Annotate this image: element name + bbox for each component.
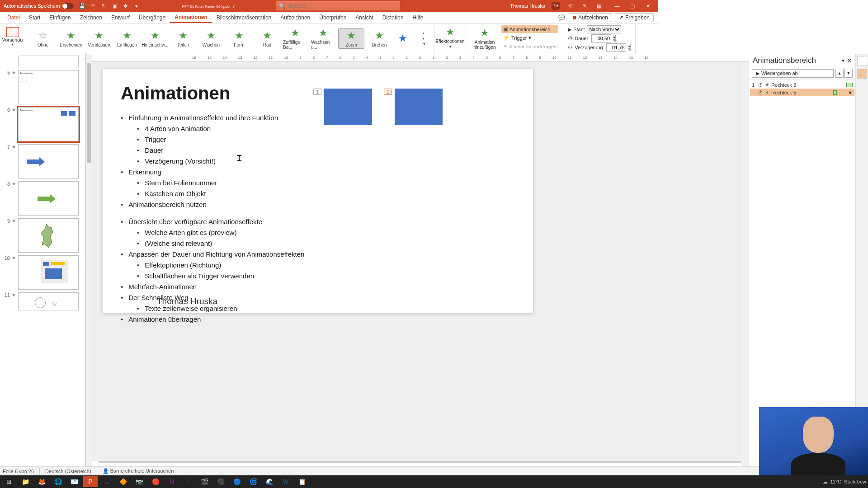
trigger-button[interactable]: ⚡ Trigger ▾ (501, 34, 558, 42)
app-icon[interactable]: ▦ (595, 2, 603, 10)
animation-hinzufuegen-button[interactable]: ★ Animation hinzufügen (471, 25, 499, 50)
ribbon-group-erweiterte: ★ Animation hinzufügen ▦ Animationsberei… (466, 23, 563, 54)
redo-icon[interactable]: ↻ (100, 2, 108, 10)
ribbon-group-anzeigedauer: ▶Start:Nach Vorher... ⏱Dauer:▴▾ ⏲Verzöge… (563, 23, 635, 54)
anim-teilen[interactable]: ★Teilen (170, 29, 196, 48)
anim-form[interactable]: ★Form (226, 29, 252, 48)
anim-wischen[interactable]: ★Wischen (198, 29, 224, 48)
ribbon-group-preview: Vorschau ▾ (0, 23, 25, 54)
slide-thumb-10[interactable] (18, 255, 79, 290)
maximize-button[interactable]: ▢ (625, 0, 640, 12)
tab-einfuegen[interactable]: Einfügen (45, 13, 75, 23)
tab-datei[interactable]: Datei (3, 13, 24, 23)
slide-content-list: Einführung in Animationseffekte und ihre… (121, 113, 515, 210)
text-cursor (239, 155, 240, 161)
anim-zoom[interactable]: ★Zoom (338, 28, 364, 49)
autosave-toggle[interactable]: Automatisches Speichern (4, 3, 75, 9)
minimize-button[interactable]: — (609, 0, 625, 12)
comments-icon[interactable]: 💬 (558, 14, 566, 22)
tab-ueberpruefen[interactable]: Überprüfen (315, 13, 351, 23)
animation-tag-1[interactable]: 1 (313, 89, 321, 95)
tab-hilfe[interactable]: Hilfe (408, 13, 428, 23)
animation-uebertragen-button[interactable]: ✦ Animation übertragen (501, 42, 558, 50)
search-box[interactable]: 🔍 (276, 1, 400, 10)
tab-ansicht[interactable]: Ansicht (351, 13, 377, 23)
slide-thumbnails-panel: 5★Animationen· · · · · ·· · · · · ·· · ·… (0, 54, 85, 369)
slide-thumb-8[interactable] (18, 181, 79, 216)
anim-zufall[interactable]: ★Zufällige Ba... (282, 26, 308, 51)
anim-verblassen[interactable]: ★Verblassen (86, 29, 112, 48)
thumbnails-scrollbar[interactable] (85, 54, 92, 369)
tab-zeichnen[interactable]: Zeichnen (75, 13, 107, 23)
slide-thumb-6[interactable]: Animationen· · · · · · (18, 107, 79, 141)
anim-einfliegen[interactable]: ★Einfliegen (114, 29, 140, 48)
undo-icon[interactable]: ↶ (89, 2, 97, 10)
ruler-horizontal: 1615141312111098765432101234567891011121… (92, 54, 658, 61)
anim-wachsen[interactable]: ★Wachsen u... (310, 26, 336, 51)
start-label: Start: (573, 27, 585, 32)
slide-author: Thomas Hruska (157, 296, 217, 306)
tab-uebergaenge[interactable]: Übergänge (134, 13, 170, 23)
anim-springen[interactable]: ★ (394, 32, 420, 45)
tab-aufzeichnen[interactable]: Aufzeichnen (276, 13, 315, 23)
sync-icon[interactable]: ⟲ (566, 2, 574, 10)
qat-more-icon[interactable]: ▾ (132, 2, 141, 10)
autosave-label: Automatisches Speichern (4, 3, 60, 9)
verz-input[interactable] (606, 43, 626, 52)
title-bar: Automatisches Speichern 💾 ↶ ↻ ▣ ✥ ▾ PPT … (0, 0, 658, 12)
file-name[interactable]: PPT 01 Roter Faden 004.pptx ∨ (181, 3, 235, 9)
ribbon-group-animation: ☆Ohne ★Erscheinen ★Verblassen ★Einfliege… (25, 23, 434, 54)
search-input[interactable] (288, 3, 397, 9)
record-button[interactable]: Aufzeichnen (569, 13, 612, 22)
pen-icon[interactable]: ✎ (580, 2, 589, 10)
anim-erscheinen[interactable]: ★Erscheinen (58, 29, 84, 48)
dauer-label: Dauer: (575, 36, 590, 41)
share-button[interactable]: ↗Freigeben (615, 13, 654, 22)
ribbon: Vorschau ▾ ☆Ohne ★Erscheinen ★Verblassen… (0, 23, 658, 54)
anim-hineinschweben[interactable]: ★Hineinschw... (142, 29, 168, 48)
user-avatar[interactable]: TH (552, 2, 560, 10)
animation-tag-2[interactable]: 1 (384, 89, 392, 95)
dauer-input[interactable] (591, 34, 611, 42)
slide-thumb-4[interactable] (18, 56, 79, 67)
gallery-more[interactable]: ▴▾▼ (422, 31, 429, 46)
present-icon[interactable]: ▣ (111, 2, 119, 10)
tab-animationen[interactable]: Animationen (170, 12, 212, 23)
save-icon[interactable]: 💾 (78, 2, 86, 10)
menu-tabs: Datei Start Einfügen Zeichnen Entwurf Üb… (0, 12, 658, 23)
start-select[interactable]: Nach Vorher... (587, 25, 621, 33)
slide-editor: 1615141312111098765432101234567891011121… (92, 54, 658, 369)
preview-icon[interactable] (6, 27, 19, 37)
verz-label: Verzögerung: (575, 45, 604, 50)
ribbon-group-effektoptionen: ★ Effektoptionen ▾ (434, 23, 466, 54)
anim-drehen[interactable]: ★Drehen (366, 29, 392, 48)
animationsbereich-button[interactable]: ▦ Animationsbereich (501, 25, 558, 33)
user-name[interactable]: Thomas Hruska (510, 3, 545, 9)
close-button[interactable]: ✕ (640, 0, 656, 12)
anim-rad[interactable]: ★Rad (254, 29, 280, 48)
slide-thumb-5[interactable]: Animationen· · · · · ·· · · · · ·· · · ·… (18, 70, 79, 104)
tab-start[interactable]: Start (24, 13, 45, 23)
tab-bildschirmpraesentation[interactable]: Bildschirmpräsentation (212, 13, 276, 23)
search-icon: 🔍 (279, 3, 285, 9)
slide-shape-rect-1[interactable] (324, 89, 372, 125)
tab-entwurf[interactable]: Entwurf (107, 13, 134, 23)
preview-label[interactable]: Vorschau (2, 37, 23, 42)
slide-thumb-9[interactable] (18, 218, 79, 253)
anim-ohne[interactable]: ☆Ohne (30, 29, 56, 48)
slide-thumb-7[interactable] (18, 144, 79, 178)
tab-dictation[interactable]: Dictation (378, 13, 408, 23)
touch-icon[interactable]: ✥ (122, 2, 130, 10)
slide-thumb-11[interactable]: ♡ (18, 292, 79, 310)
slide-canvas[interactable]: Animationen Einführung in Animationseffe… (103, 69, 533, 313)
effektoptionen-button[interactable]: ★ Effektoptionen ▾ (435, 24, 465, 49)
slide-shape-rect-2[interactable] (395, 89, 443, 125)
